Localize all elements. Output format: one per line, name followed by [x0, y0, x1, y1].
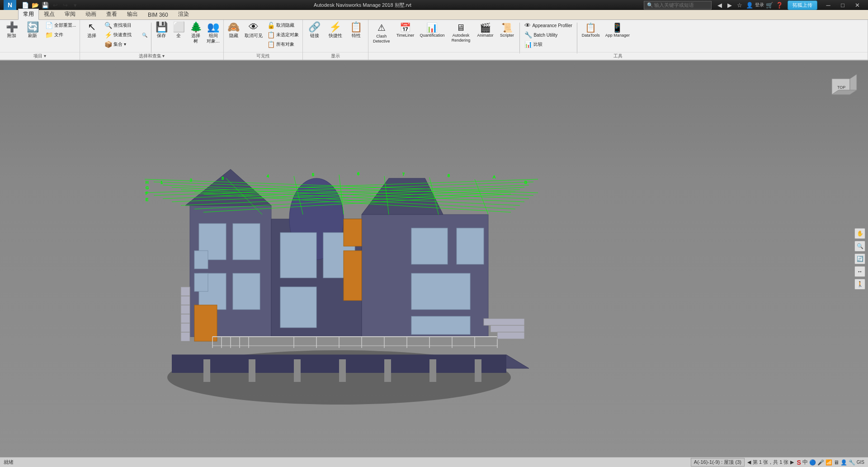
login-btn[interactable]: 登录: [755, 0, 764, 10]
tab-viewpoint[interactable]: 视点: [39, 9, 60, 19]
user-icon[interactable]: 👤: [745, 0, 754, 10]
btn-save-select[interactable]: 💾 保存: [153, 21, 170, 40]
nav-cube[interactable]: TOP: [823, 70, 859, 106]
svg-rect-35: [194, 273, 208, 291]
nav-right[interactable]: ▶: [725, 0, 734, 10]
btn-append[interactable]: ➕ 附加: [2, 21, 22, 40]
look-tool-btn[interactable]: ↔: [854, 266, 865, 277]
btn-rendering[interactable]: 🖥 AutodeskRendering: [448, 21, 473, 44]
btn-refresh-label: 刷新: [28, 33, 37, 38]
savesel-icon: 💾: [156, 22, 168, 32]
btn-quantification[interactable]: 📊 Quantification: [418, 21, 446, 39]
btn-hide[interactable]: 🙈 隐藏: [226, 21, 242, 40]
reqvis-icon: 👁: [249, 22, 259, 32]
upload-button[interactable]: 拓狐上传: [788, 0, 817, 10]
seltree-icon: 🌲: [190, 22, 202, 32]
svg-rect-8: [249, 359, 255, 382]
zoom-tool-btn[interactable]: 🔍: [854, 241, 865, 252]
qa-open[interactable]: 📂: [31, 0, 40, 10]
help-icon[interactable]: ❓: [775, 0, 784, 10]
svg-rect-33: [344, 219, 362, 246]
svg-text:2: 2: [190, 178, 192, 182]
nav-left[interactable]: ◀: [715, 0, 724, 10]
svg-rect-22: [233, 224, 260, 260]
ribbon: ➕ 附加 🔄 刷新 📄 全部重置... 📁 文件 项目 ▾: [0, 20, 868, 61]
btn-animator[interactable]: 🎬 Animator: [475, 21, 495, 39]
page-indicator: 第 1 张，共 1 张: [753, 459, 788, 466]
btn-required-visible[interactable]: 👁 取消可见: [243, 21, 264, 40]
btn-refresh[interactable]: 🔄 刷新: [23, 21, 42, 40]
star-btn[interactable]: ☆: [735, 0, 744, 10]
svg-rect-24: [280, 233, 316, 278]
page-prev[interactable]: ◀: [747, 459, 751, 465]
btn-reset-all[interactable]: 📄 全部重置...: [43, 21, 78, 30]
tab-render[interactable]: 渲染: [173, 9, 194, 19]
btn-collection[interactable]: 📦 集合 ▾: [103, 40, 149, 49]
page-controls: ◀ 第 1 张，共 1 张 ▶: [747, 459, 794, 466]
tab-review[interactable]: 审阅: [60, 9, 80, 19]
btn-batch-utility[interactable]: 🔧 Batch Utility: [523, 30, 574, 39]
btn-scripter[interactable]: 📜 Scripter: [497, 21, 517, 39]
qa-new[interactable]: 📄: [21, 0, 30, 10]
cart-icon[interactable]: 🛒: [765, 0, 774, 10]
svg-text:B: B: [524, 180, 527, 185]
btn-seltree[interactable]: 🌲 选择树: [188, 21, 204, 45]
btn-link[interactable]: 🔗 链接: [305, 21, 325, 40]
qa-dropdown[interactable]: ▾: [71, 0, 80, 10]
pan-tool-btn[interactable]: ✋: [854, 228, 865, 239]
tab-output[interactable]: 输出: [122, 9, 143, 19]
hide-icon: 🙈: [227, 22, 240, 32]
btn-group[interactable]: 👥 组间对象...: [205, 21, 221, 45]
tray-icon-2: 中: [802, 458, 808, 466]
btn-all-select[interactable]: ⬜ 全: [170, 21, 187, 40]
btn-datatools[interactable]: 📋 DataTools: [580, 21, 602, 39]
svg-rect-31: [194, 305, 217, 341]
btn-clash-detective[interactable]: ⚠ ClashDetective: [370, 21, 393, 45]
qa-redo[interactable]: ↪: [61, 0, 70, 10]
quickfind-icon: ⚡: [104, 31, 112, 38]
tab-view[interactable]: 查看: [101, 9, 122, 19]
svg-text:G: G: [146, 186, 149, 190]
svg-text:6: 6: [357, 172, 359, 176]
svg-text:1: 1: [160, 180, 163, 185]
page-next[interactable]: ▶: [790, 459, 794, 465]
btn-quickprops[interactable]: ⚡ 快捷性: [326, 21, 345, 40]
tab-bim360[interactable]: BIM 360: [143, 10, 173, 19]
btn-unhide-all[interactable]: 🔓 取消隐藏: [265, 21, 301, 30]
btn-unselected[interactable]: 📋 未选定对象: [265, 30, 301, 39]
qa-save[interactable]: 💾: [41, 0, 50, 10]
statusbar-left: 就绪: [4, 459, 14, 466]
group-project-label[interactable]: 项目 ▾: [0, 52, 80, 59]
search-input[interactable]: [654, 2, 708, 8]
viewport[interactable]: TOP: [0, 61, 868, 457]
app-logo[interactable]: N: [4, 0, 16, 10]
ribbon-group-visibility: 🙈 隐藏 👁 取消可见 🔓 取消隐藏 📋 未选定对象 📋 所有对象: [224, 20, 303, 60]
batch-icon: 🔧: [524, 31, 532, 38]
svg-rect-30: [411, 316, 470, 334]
scripter-icon: 📜: [501, 22, 513, 33]
ribbon-group-display: 🔗 链接 ⚡ 快捷性 📋 特性 显示: [303, 20, 368, 60]
svg-rect-7: [203, 359, 210, 382]
btn-find-items[interactable]: 🔍 查找项目: [103, 21, 149, 30]
btn-select[interactable]: ↖ 选择: [82, 21, 102, 40]
btn-appmanager[interactable]: 📱 App Manager: [604, 21, 632, 39]
tab-common[interactable]: 常用: [18, 9, 39, 20]
statusbar-right: A(-16)-1(-9) : 屋顶 (3) ◀ 第 1 张，共 1 张 ▶ S …: [691, 458, 864, 467]
svg-rect-54: [491, 325, 524, 332]
close-btn[interactable]: ✕: [850, 0, 864, 10]
group-select-label[interactable]: 选择和查集 ▾: [80, 52, 223, 59]
qa-undo[interactable]: ↩: [51, 0, 60, 10]
minimize-btn[interactable]: ─: [821, 0, 835, 10]
tab-animation[interactable]: 动画: [80, 9, 101, 19]
btn-quick-find[interactable]: ⚡ 快速查找 🔍: [103, 30, 149, 39]
btn-properties[interactable]: 📋 特性: [346, 21, 366, 40]
btn-all-objects[interactable]: 📋 所有对象: [265, 40, 301, 49]
btn-timeliner[interactable]: 📅 TimeLiner: [395, 21, 416, 39]
btn-compare[interactable]: 📊 比较: [523, 40, 574, 49]
walk-tool-btn[interactable]: 🚶: [854, 279, 865, 290]
btn-file[interactable]: 📁 文件: [43, 30, 78, 39]
restore-btn[interactable]: □: [835, 0, 850, 10]
btn-appearance-profiler[interactable]: 👁 Appearance Profiler: [523, 21, 574, 30]
orbit-tool-btn[interactable]: 🔄: [854, 253, 865, 264]
coordinate-display: A(-16)-1(-9) : 屋顶 (3): [691, 458, 745, 467]
